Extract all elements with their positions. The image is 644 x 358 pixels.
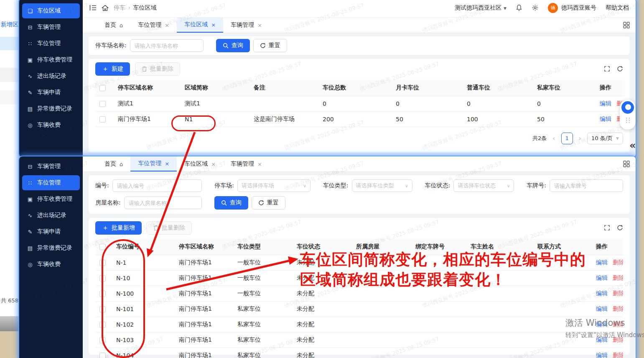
close-tab-icon[interactable]: × xyxy=(165,22,169,28)
delete-link[interactable]: 删除 xyxy=(613,336,623,343)
fullscreen-icon[interactable] xyxy=(604,225,610,231)
sidebar-item-space-mgmt[interactable]: ∷车位管理 xyxy=(22,175,80,190)
sidebar-item-vehicle-fee[interactable]: ◎车辆收费 xyxy=(22,118,80,133)
community-switcher[interactable]: 测试德玛西亚社区▼ xyxy=(455,4,507,12)
table-cell: 私家车位 xyxy=(233,348,293,358)
tab-车位区域[interactable]: 车位区域× xyxy=(177,18,223,33)
reset-button[interactable]: 重置 xyxy=(253,39,287,52)
fullscreen-icon[interactable] xyxy=(604,66,610,72)
layout-grid-icon[interactable] xyxy=(623,161,630,167)
sidebar-item-vehicle-fee[interactable]: ◎车辆收费 xyxy=(22,257,80,272)
table-row: N-10南门停车场1一般车位未分配编辑删除 xyxy=(95,270,623,286)
edit-link[interactable]: 编辑 xyxy=(596,274,608,281)
house-name-input[interactable] xyxy=(124,197,202,209)
row-checkbox[interactable] xyxy=(99,306,106,312)
collapse-panel-icon[interactable]: « xyxy=(629,140,636,151)
select-all-checkbox[interactable] xyxy=(99,85,106,91)
tab-首页[interactable]: 首页⌂ xyxy=(97,156,130,171)
edit-link[interactable]: 编辑 xyxy=(596,336,608,343)
parking-lot-select[interactable]: 请选择停车场∨ xyxy=(237,179,311,192)
query-button[interactable]: 查询 xyxy=(214,196,248,210)
collapse-menu-icon[interactable] xyxy=(89,5,97,11)
edit-link[interactable]: 编辑 xyxy=(596,321,608,327)
table-cell: 200 xyxy=(318,111,392,127)
settings-gear-icon[interactable] xyxy=(532,4,539,11)
plate-number-input[interactable] xyxy=(550,179,623,192)
sidebar-item-parking-fee-mgmt[interactable]: ▣停车收费管理 xyxy=(22,52,80,67)
edit-link[interactable]: 编辑 xyxy=(596,352,608,358)
create-button[interactable]: ＋新建 xyxy=(95,62,130,76)
row-checkbox[interactable] xyxy=(99,101,106,107)
row-checkbox[interactable] xyxy=(99,322,106,328)
sidebar-item-vehicle-mgmt[interactable]: ⊟车辆管理 xyxy=(22,159,80,174)
tab-车位管理[interactable]: 车位管理× xyxy=(130,18,177,33)
edit-link[interactable]: 编辑 xyxy=(596,259,608,266)
refresh-icon[interactable] xyxy=(617,225,623,231)
floating-assistant-widget[interactable] xyxy=(620,100,636,130)
row-checkbox[interactable] xyxy=(99,337,106,343)
close-tab-icon[interactable]: × xyxy=(257,22,262,28)
tab-车位管理[interactable]: 车位管理× xyxy=(130,156,177,171)
select-all-checkbox[interactable] xyxy=(99,244,106,250)
edit-link[interactable]: 编辑 xyxy=(596,305,608,312)
batch-delete-button[interactable]: 批量删除 xyxy=(135,62,180,76)
sidebar-item-entry-exit-records[interactable]: ∿进出场记录 xyxy=(22,69,80,84)
home-icon[interactable] xyxy=(102,5,109,11)
space-status-select[interactable]: 请选择车位状态∨ xyxy=(453,179,514,192)
table-cell xyxy=(411,286,466,301)
delete-link[interactable]: 删除 xyxy=(613,352,623,358)
batch-add-button[interactable]: ＋批量新增 xyxy=(95,221,142,235)
row-checkbox[interactable] xyxy=(99,260,106,266)
help-docs-link[interactable]: 帮助文档 xyxy=(606,4,629,12)
sidebar-item-space-mgmt[interactable]: ∷车位管理 xyxy=(22,36,80,51)
sidebar-item-abnormal-payment-records[interactable]: ▤异常缴费记录 xyxy=(22,101,80,116)
delete-link[interactable]: 删除 xyxy=(613,274,623,281)
notification-bell-icon[interactable] xyxy=(516,4,522,11)
abnormal-payment-records-icon: ▤ xyxy=(27,106,33,112)
sidebar-item-vehicle-apply[interactable]: ✎车辆申请 xyxy=(22,224,80,239)
next-page-button[interactable]: › xyxy=(579,134,581,142)
prev-page-button[interactable]: ‹ xyxy=(552,134,555,142)
batch-delete-button[interactable]: 批量删除 xyxy=(147,221,192,235)
delete-link[interactable]: 删除 xyxy=(613,321,623,327)
edit-link[interactable]: 编辑 xyxy=(596,290,608,297)
sidebar-item-vehicle-apply[interactable]: ✎车辆申请 xyxy=(22,85,80,100)
close-tab-icon[interactable]: × xyxy=(165,161,169,167)
row-checkbox[interactable] xyxy=(99,291,106,297)
close-tab-icon[interactable]: × xyxy=(257,161,262,167)
tab-车辆管理[interactable]: 车辆管理× xyxy=(223,156,270,171)
abnormal-payment-records-icon: ▤ xyxy=(27,245,33,251)
tab-车位区域[interactable]: 车位区域× xyxy=(177,156,223,171)
edit-link[interactable]: 编辑 xyxy=(600,100,611,107)
page-size-select[interactable]: 10 条/页▼ xyxy=(587,133,623,144)
space-type-select[interactable]: 请选择车位类型∨ xyxy=(352,179,412,192)
row-checkbox[interactable] xyxy=(99,116,106,123)
current-page-button[interactable]: 1 xyxy=(561,133,573,144)
tab-车辆管理[interactable]: 车辆管理× xyxy=(223,18,270,33)
column-header: 车位编号 xyxy=(112,239,175,255)
assistant-icon[interactable] xyxy=(621,101,634,114)
breadcrumb-parent[interactable]: 停车 xyxy=(114,4,125,11)
delete-link[interactable]: 删除 xyxy=(613,259,623,266)
sidebar-item-vehicle-mgmt[interactable]: ⊟车辆管理 xyxy=(22,20,80,35)
sidebar-item-abnormal-payment-records[interactable]: ▤异常缴费记录 xyxy=(22,240,80,256)
space-id-input[interactable] xyxy=(112,179,202,192)
layout-grid-icon[interactable] xyxy=(623,22,630,28)
parking-lot-name-input[interactable] xyxy=(130,39,204,52)
edit-link[interactable]: 编辑 xyxy=(600,115,611,122)
sidebar-item-entry-exit-records[interactable]: ∿进出场记录 xyxy=(22,208,80,223)
sidebar-item-parking-fee-mgmt[interactable]: ▣停车收费管理 xyxy=(22,192,80,207)
drag-handle-icon[interactable] xyxy=(625,117,631,123)
tab-首页[interactable]: 首页⌂ xyxy=(97,18,130,33)
close-tab-icon[interactable]: × xyxy=(211,161,216,167)
close-tab-icon[interactable]: × xyxy=(211,22,216,28)
refresh-icon[interactable] xyxy=(617,66,623,72)
account-menu[interactable]: 德 德玛西亚账号 xyxy=(548,3,596,13)
row-checkbox[interactable] xyxy=(99,275,106,281)
row-checkbox[interactable] xyxy=(99,353,106,358)
delete-link[interactable]: 删除 xyxy=(613,305,623,312)
reset-button[interactable]: 重置 xyxy=(252,196,285,210)
query-button[interactable]: 查询 xyxy=(216,39,250,52)
delete-link[interactable]: 删除 xyxy=(613,290,623,297)
sidebar-item-parking-area[interactable]: ❏车位区域 xyxy=(22,3,80,18)
